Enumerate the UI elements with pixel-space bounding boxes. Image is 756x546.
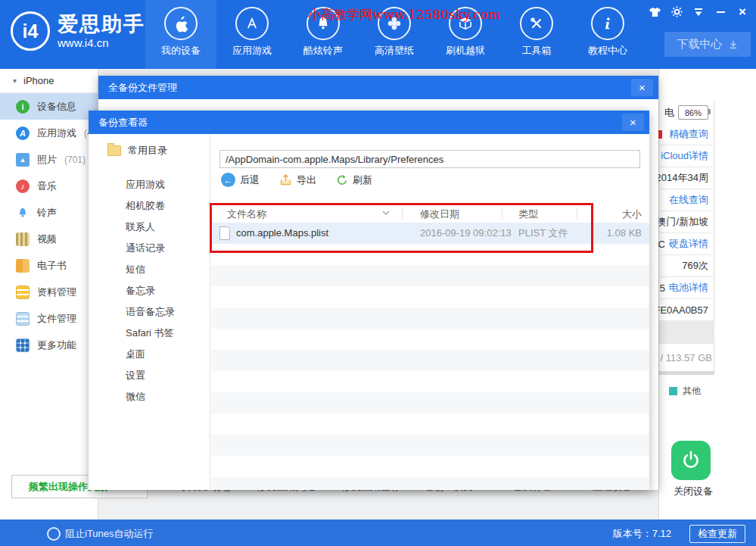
nav-label: 工具箱 <box>522 44 552 58</box>
viewer-toolbar: ← 后退 导出 刷新 <box>221 173 372 187</box>
version-text: 版本号：7.12 <box>613 527 671 541</box>
dir-item[interactable]: 应用游戏 <box>126 178 165 192</box>
sidebar-item-ringtones[interactable]: 铃声 <box>0 199 98 226</box>
link-precise-query[interactable]: 精确查询 <box>669 127 708 141</box>
sidebar-item-photos[interactable]: ▲ 照片 (701) <box>0 146 98 173</box>
backup-viewer-modal: 备份查看器 × 常用目录 应用游戏 相机胶卷 联系人 通话记录 短信 备忘录 语… <box>89 111 649 490</box>
sidebar-item-videos[interactable]: 视频 <box>0 226 98 252</box>
collapse-icon[interactable] <box>691 5 706 19</box>
app-subtitle: www.i4.cn <box>58 36 145 49</box>
back-button[interactable]: ← 后退 <box>221 173 260 187</box>
sidebar-item-apps[interactable]: A 应用游戏 (44) <box>0 120 98 146</box>
sidebar-item-data-manage[interactable]: 资料管理 <box>0 279 98 305</box>
nav-label: 应用游戏 <box>232 44 272 58</box>
legend-label: 其他 <box>683 385 701 398</box>
battery-icon: 86% <box>678 105 708 120</box>
footer-bar: 阻止iTunes自动运行 版本号：7.12 检查更新 <box>0 519 756 546</box>
dir-item[interactable]: 微信 <box>126 390 145 404</box>
dir-item[interactable]: 备忘录 <box>126 284 155 298</box>
dir-item[interactable]: 联系人 <box>126 220 155 234</box>
power-off-button[interactable] <box>671 441 711 480</box>
power-icon <box>680 449 702 472</box>
count-badge: (701) <box>64 154 86 165</box>
minimize-icon[interactable] <box>713 5 728 19</box>
sidebar-item-ebooks[interactable]: 电子书 <box>0 252 98 279</box>
col-header-size[interactable]: 大小 <box>622 207 642 221</box>
close-icon[interactable]: × <box>735 5 750 19</box>
download-center-button[interactable]: 下载中心 <box>664 32 751 57</box>
link-disk-details[interactable]: 硬盘详情 <box>669 237 708 251</box>
table-row-selected[interactable]: com.apple.Maps.plist 2016-09-19 09:02:13… <box>211 223 649 244</box>
data-manage-icon <box>16 285 30 299</box>
link-online-query[interactable]: 在线查询 <box>669 193 708 207</box>
modal-titlebar: 全备份文件管理 × <box>98 76 658 99</box>
nav-label: 刷机越狱 <box>446 44 485 58</box>
chevron-down-icon: ▾ <box>13 76 17 85</box>
check-update-button[interactable]: 检查更新 <box>689 525 745 543</box>
close-icon[interactable]: × <box>631 79 653 96</box>
close-icon[interactable]: × <box>622 114 644 131</box>
dir-common-folders[interactable]: 常用目录 <box>107 144 167 158</box>
info-icon <box>591 7 624 40</box>
device-selector[interactable]: ▾ iPhone <box>0 69 98 93</box>
col-header-date[interactable]: 修改日期 <box>420 207 459 221</box>
nav-toolbox[interactable]: 工具箱 <box>501 0 572 69</box>
dir-item[interactable]: 桌面 <box>126 348 145 361</box>
dir-item[interactable]: 通话记录 <box>126 242 165 255</box>
appstore-icon <box>235 7 269 40</box>
dir-item[interactable]: Safari 书签 <box>126 326 174 340</box>
download-label: 下载中心 <box>677 37 723 51</box>
nav-label: 高清壁纸 <box>375 44 414 58</box>
link-battery-details[interactable]: 电池详情 <box>669 281 708 295</box>
viewer-body: 常用目录 应用游戏 相机胶卷 联系人 通话记录 短信 备忘录 语音备忘录 Saf… <box>89 134 649 490</box>
music-icon: ♪ <box>16 179 30 193</box>
storage-legend: 其他 <box>669 385 701 398</box>
divider <box>659 371 714 375</box>
sidebar-item-device-info[interactable]: i 设备信息 <box>0 93 98 120</box>
nav-apps-games[interactable]: 应用游戏 <box>216 0 288 69</box>
nav-tutorials[interactable]: 教程中心 <box>572 0 643 69</box>
logo-badge: i4 <box>11 11 50 51</box>
itunes-checkbox-label[interactable]: 阻止iTunes自动运行 <box>65 527 154 541</box>
ebook-icon <box>16 259 30 273</box>
app-title: 爱思助手 <box>58 13 145 36</box>
dir-item[interactable]: 设置 <box>126 369 145 382</box>
apple-icon <box>164 7 198 40</box>
watermark-text: 小高教学网www.12580sky.com <box>308 6 500 23</box>
appstore-icon: A <box>16 126 30 140</box>
itunes-checkbox[interactable] <box>47 527 61 541</box>
bell-icon <box>16 206 30 220</box>
download-icon <box>728 39 739 50</box>
col-header-name[interactable]: 文件名称 <box>227 207 266 221</box>
dir-item[interactable]: 语音备忘录 <box>126 305 175 319</box>
device-info-icon: i <box>16 100 30 114</box>
dir-item[interactable]: 相机胶卷 <box>126 199 165 213</box>
file-date: 2016-09-19 09:02:13 <box>420 223 512 244</box>
gear-icon[interactable] <box>669 5 684 19</box>
nav-label: 教程中心 <box>588 44 627 58</box>
refresh-button[interactable]: 刷新 <box>336 173 372 187</box>
nav-my-device[interactable]: 我的设备 <box>145 0 216 69</box>
modal-titlebar: 备份查看器 × <box>89 111 649 134</box>
power-off-label: 关闭设备 <box>659 485 727 498</box>
path-input[interactable] <box>219 150 640 168</box>
export-button[interactable]: 导出 <box>279 173 316 187</box>
file-size: 1.08 KB <box>607 223 642 244</box>
nav-label: 酷炫铃声 <box>303 44 343 58</box>
link-icloud-details[interactable]: iCloud详情 <box>661 149 708 163</box>
more-features-icon <box>16 339 30 352</box>
device-name: iPhone <box>23 75 54 86</box>
sidebar-item-music[interactable]: ♪ 音乐 <box>0 173 98 199</box>
sidebar-item-file-manage[interactable]: 文件管理 <box>0 305 98 332</box>
file-type: PLIST 文件 <box>518 223 568 244</box>
file-manage-icon <box>16 312 30 326</box>
storage-bar-fragment <box>659 321 714 344</box>
app-logo: i4 爱思助手 www.i4.cn <box>11 11 145 51</box>
dir-item[interactable]: 短信 <box>126 263 145 276</box>
skin-icon[interactable] <box>647 5 662 19</box>
sort-icon <box>382 211 390 215</box>
sidebar-item-more[interactable]: 更多功能 <box>0 332 98 358</box>
file-name: com.apple.Maps.plist <box>236 223 328 244</box>
sidebar: ▾ iPhone i 设备信息 A 应用游戏 (44) ▲ 照片 (701) ♪… <box>0 69 98 519</box>
col-header-type[interactable]: 类型 <box>518 207 538 221</box>
